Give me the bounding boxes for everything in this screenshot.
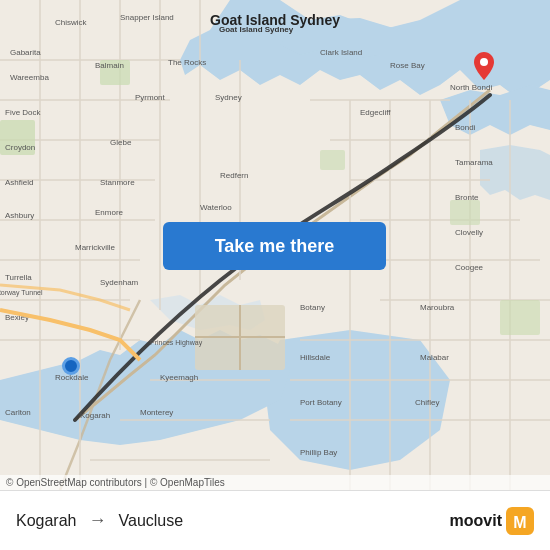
svg-text:Kogarah: Kogarah [80, 411, 110, 420]
svg-rect-37 [320, 150, 345, 170]
svg-text:Chiswick: Chiswick [55, 18, 88, 27]
map-container: Gabarita Chiswick Snapper Island Goat Is… [0, 0, 550, 490]
svg-text:North Bondi: North Bondi [450, 83, 492, 92]
svg-text:Coogee: Coogee [455, 263, 484, 272]
svg-rect-38 [450, 200, 480, 225]
svg-text:otorway Tunnel: otorway Tunnel [0, 289, 43, 297]
moovit-text: moovit [450, 512, 502, 530]
svg-text:Balmain: Balmain [95, 61, 124, 70]
svg-text:Port Botany: Port Botany [300, 398, 342, 407]
svg-text:Snapper Island: Snapper Island [120, 13, 174, 22]
svg-text:Marrickville: Marrickville [75, 243, 116, 252]
map-attribution: © OpenStreetMap contributors | © OpenMap… [0, 475, 550, 490]
svg-text:Edgecliff: Edgecliff [360, 108, 391, 117]
svg-text:Ashbury: Ashbury [5, 211, 34, 220]
svg-text:Glebe: Glebe [110, 138, 132, 147]
svg-text:Bondi: Bondi [455, 123, 476, 132]
svg-text:Ashfield: Ashfield [5, 178, 33, 187]
destination-pin [473, 52, 495, 80]
take-me-there-button[interactable]: Take me there [163, 222, 386, 270]
svg-text:Chifley: Chifley [415, 398, 439, 407]
svg-text:Croydon: Croydon [5, 143, 35, 152]
origin-pin [62, 357, 80, 375]
svg-text:M: M [513, 514, 526, 531]
svg-text:Goat Island Sydney: Goat Island Sydney [219, 25, 294, 34]
svg-text:Clovelly: Clovelly [455, 228, 483, 237]
svg-text:Sydney: Sydney [215, 93, 242, 102]
svg-text:Carlton: Carlton [5, 408, 31, 417]
svg-text:Turrella: Turrella [5, 273, 32, 282]
svg-text:Bronte: Bronte [455, 193, 479, 202]
svg-text:Princes Highway: Princes Highway [150, 339, 203, 347]
svg-text:Clark Island: Clark Island [320, 48, 362, 57]
arrow-icon: → [89, 510, 107, 531]
bottom-bar: Kogarah → Vaucluse moovit M [0, 490, 550, 550]
svg-text:Sydenham: Sydenham [100, 278, 139, 287]
svg-text:Redfern: Redfern [220, 171, 248, 180]
moovit-icon: M [506, 507, 534, 535]
to-location-label: Vaucluse [119, 512, 184, 530]
svg-text:Botany: Botany [300, 303, 325, 312]
from-location-label: Kogarah [16, 512, 77, 530]
svg-text:Malabar: Malabar [420, 353, 449, 362]
svg-text:Monterey: Monterey [140, 408, 173, 417]
svg-text:Kyeemagh: Kyeemagh [160, 373, 198, 382]
svg-text:Gabarita: Gabarita [10, 48, 41, 57]
svg-text:The Rocks: The Rocks [168, 58, 206, 67]
moovit-logo: moovit M [450, 507, 534, 535]
svg-text:Waterloo: Waterloo [200, 203, 232, 212]
svg-text:Phillip Bay: Phillip Bay [300, 448, 337, 457]
svg-text:Stanmore: Stanmore [100, 178, 135, 187]
svg-text:Five Dock: Five Dock [5, 108, 42, 117]
svg-text:Rose Bay: Rose Bay [390, 61, 425, 70]
svg-text:Tamarama: Tamarama [455, 158, 493, 167]
attribution-text: © OpenStreetMap contributors | © OpenMap… [6, 477, 225, 488]
svg-text:Wareemba: Wareemba [10, 73, 49, 82]
svg-rect-39 [500, 300, 540, 335]
svg-text:Maroubra: Maroubra [420, 303, 455, 312]
svg-point-86 [480, 58, 488, 66]
svg-text:Hillsdale: Hillsdale [300, 353, 331, 362]
svg-text:Pyrmont: Pyrmont [135, 93, 166, 102]
svg-text:Enmore: Enmore [95, 208, 124, 217]
